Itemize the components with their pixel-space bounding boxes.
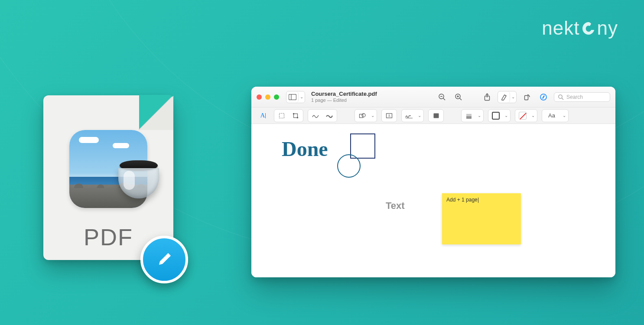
shapes-tool[interactable] <box>356 110 369 121</box>
minimize-button[interactable] <box>265 94 270 100</box>
markup-toolbar: A ⌄ A <box>251 107 615 124</box>
svg-point-13 <box>559 94 562 98</box>
selection-tool[interactable] <box>275 110 288 121</box>
edit-badge-icon <box>140 236 188 283</box>
rotate-button[interactable] <box>521 91 533 103</box>
zoom-button[interactable] <box>274 94 279 100</box>
crop-tool[interactable] <box>289 110 302 121</box>
pdf-file-icon: PDF <box>43 95 182 277</box>
note-tool[interactable] <box>429 110 442 121</box>
sketch-tool[interactable] <box>309 110 322 121</box>
subtitle-text: 1 page — Edited <box>311 98 377 103</box>
titlebar: ⌄ Coursera_Certificate.pdf 1 page — Edit… <box>251 87 615 107</box>
svg-line-3 <box>443 98 445 100</box>
chevron-down-icon: ⌄ <box>510 94 516 99</box>
search-input[interactable]: Search <box>554 92 610 102</box>
document-canvas[interactable]: Done Text Add + 1 page <box>251 124 615 277</box>
sidebar-toggle[interactable]: ⌄ <box>286 91 305 103</box>
brand-logo: nekt ny <box>542 17 618 39</box>
title-text: Coursera_Certificate.pdf <box>311 91 377 97</box>
sticky-note-annotation[interactable]: Add + 1 page <box>442 193 521 244</box>
sticky-note-text: Add + 1 page <box>446 197 478 203</box>
window-controls <box>257 94 279 100</box>
svg-point-20 <box>362 114 365 117</box>
file-page: PDF <box>43 95 173 260</box>
draw-tool[interactable] <box>323 110 336 121</box>
svg-line-6 <box>460 98 462 100</box>
svg-rect-19 <box>360 114 363 117</box>
search-placeholder: Search <box>566 94 583 100</box>
chevron-down-icon: ⌄ <box>370 113 376 118</box>
chevron-down-icon: ⌄ <box>299 94 305 99</box>
markup-button[interactable] <box>537 91 550 103</box>
font-style-tool[interactable]: Aa <box>543 110 560 121</box>
zoom-in-button[interactable] <box>452 91 465 103</box>
share-button[interactable] <box>481 91 493 103</box>
stroke-color-tool[interactable] <box>489 110 502 121</box>
line-weight-tool[interactable] <box>462 110 475 121</box>
text-cursor <box>478 198 478 203</box>
svg-rect-18 <box>297 117 298 118</box>
search-icon <box>558 94 564 100</box>
document-title: Coursera_Certificate.pdf 1 page — Edited <box>311 91 377 102</box>
highlight-tool[interactable]: ⌄ <box>498 91 517 103</box>
fill-color-tool[interactable] <box>516 110 529 121</box>
svg-rect-15 <box>280 113 284 118</box>
svg-line-14 <box>562 98 563 100</box>
zoom-out-button[interactable] <box>436 91 448 103</box>
sidebar-icon <box>286 91 299 103</box>
chevron-down-icon: ⌄ <box>476 113 482 118</box>
close-button[interactable] <box>257 94 262 100</box>
text-box-annotation[interactable]: Text <box>386 200 405 211</box>
loupe-icon <box>113 160 165 212</box>
chevron-down-icon: ⌄ <box>416 113 423 118</box>
circle-shape-annotation[interactable] <box>337 154 361 178</box>
text-insert-tool[interactable]: A <box>257 110 270 121</box>
chevron-down-icon: ⌄ <box>561 113 567 118</box>
text-box-tool[interactable]: A <box>383 110 396 121</box>
svg-rect-11 <box>525 95 528 100</box>
chevron-down-icon: ⌄ <box>530 113 536 118</box>
square-shape-annotation[interactable] <box>350 133 375 159</box>
svg-line-28 <box>520 113 526 119</box>
chevron-down-icon: ⌄ <box>503 113 509 118</box>
svg-text:A: A <box>388 114 390 118</box>
svg-rect-0 <box>289 94 296 100</box>
handwritten-annotation[interactable]: Done <box>282 137 328 161</box>
preview-window: ⌄ Coursera_Certificate.pdf 1 page — Edit… <box>251 87 615 277</box>
svg-rect-17 <box>293 113 294 114</box>
sign-tool[interactable] <box>403 110 416 121</box>
highlight-icon <box>498 91 510 103</box>
svg-rect-24 <box>433 113 439 118</box>
